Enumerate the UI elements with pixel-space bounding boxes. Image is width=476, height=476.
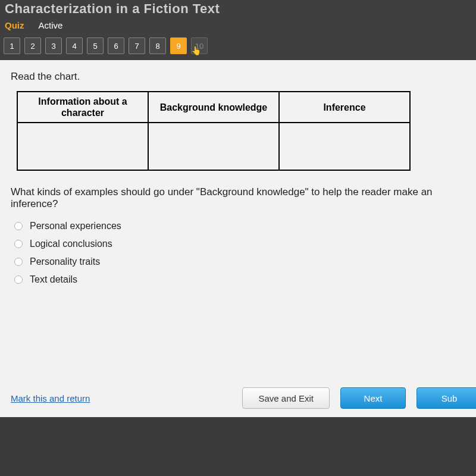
option-label-4: Text details [30, 274, 77, 285]
tab-active[interactable]: Active [39, 20, 63, 30]
option-row-3[interactable]: Personality traits [14, 256, 465, 267]
footer-bar: Mark this and return Save and Exit Next … [11, 387, 476, 409]
page-title: Characterization in a Fiction Text [5, 0, 471, 20]
table-cell-3 [279, 123, 410, 170]
table-header-1: Information about a character [17, 92, 148, 123]
content-panel: Read the chart. Information about a char… [0, 60, 476, 417]
radio-option-3[interactable] [14, 258, 23, 266]
option-row-1[interactable]: Personal experiences [14, 221, 465, 231]
next-button[interactable]: Next [340, 387, 406, 409]
option-label-2: Logical conclusions [30, 239, 112, 249]
radio-option-2[interactable] [14, 240, 23, 248]
nav-question-3[interactable]: 3 [45, 37, 62, 54]
table-cell-1 [17, 123, 148, 170]
question-text: What kinds of examples should go under "… [11, 186, 465, 210]
instruction-text: Read the chart. [11, 71, 465, 83]
option-row-2[interactable]: Logical conclusions [14, 239, 465, 249]
radio-option-1[interactable] [14, 222, 23, 230]
nav-question-6[interactable]: 6 [108, 37, 124, 54]
radio-option-4[interactable] [14, 275, 23, 284]
nav-question-4[interactable]: 4 [66, 37, 83, 54]
option-label-1: Personal experiences [30, 221, 121, 231]
nav-question-9-current[interactable]: 9 [170, 37, 187, 54]
nav-question-5[interactable]: 5 [87, 37, 104, 54]
tab-quiz[interactable]: Quiz [5, 20, 24, 30]
nav-question-2[interactable]: 2 [24, 37, 41, 54]
nav-question-1[interactable]: 1 [4, 37, 20, 54]
table-header-3: Inference [279, 92, 410, 123]
inference-chart-table: Information about a character Background… [17, 91, 411, 171]
save-and-exit-button[interactable]: Save and Exit [242, 387, 330, 409]
option-label-3: Personality traits [30, 256, 100, 267]
table-header-2: Background knowledge [148, 92, 279, 123]
header-tabs: Quiz Active [5, 20, 471, 34]
mark-and-return-link[interactable]: Mark this and return [11, 393, 90, 403]
option-row-4[interactable]: Text details [14, 274, 465, 285]
table-cell-2 [148, 123, 279, 170]
submit-button[interactable]: Sub [416, 387, 476, 409]
nav-question-8[interactable]: 8 [149, 37, 166, 54]
answer-options: Personal experiences Logical conclusions… [14, 221, 465, 285]
question-nav: 1 2 3 4 5 6 7 8 9 10 👆 [0, 34, 476, 60]
nav-question-7[interactable]: 7 [129, 37, 145, 54]
nav-question-10[interactable]: 10 [191, 37, 208, 54]
